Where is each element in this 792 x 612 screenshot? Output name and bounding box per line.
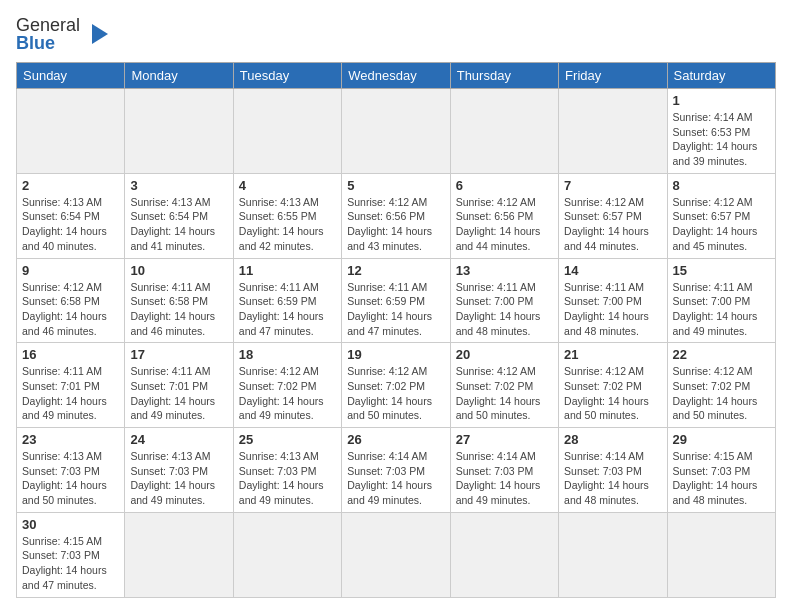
svg-marker-0 [92,24,108,44]
calendar-table: SundayMondayTuesdayWednesdayThursdayFrid… [16,62,776,598]
day-info: Sunrise: 4:12 AM Sunset: 7:02 PM Dayligh… [564,364,661,423]
header-day-monday: Monday [125,63,233,89]
calendar-cell: 11Sunrise: 4:11 AM Sunset: 6:59 PM Dayli… [233,258,341,343]
calendar-cell: 20Sunrise: 4:12 AM Sunset: 7:02 PM Dayli… [450,343,558,428]
day-info: Sunrise: 4:11 AM Sunset: 6:58 PM Dayligh… [130,280,227,339]
day-number: 17 [130,347,227,362]
logo: General Blue [16,16,110,52]
calendar-cell: 27Sunrise: 4:14 AM Sunset: 7:03 PM Dayli… [450,428,558,513]
calendar-cell: 18Sunrise: 4:12 AM Sunset: 7:02 PM Dayli… [233,343,341,428]
day-number: 27 [456,432,553,447]
day-info: Sunrise: 4:15 AM Sunset: 7:03 PM Dayligh… [673,449,770,508]
day-info: Sunrise: 4:11 AM Sunset: 7:00 PM Dayligh… [673,280,770,339]
logo-triangle-icon [82,20,110,48]
calendar-cell: 3Sunrise: 4:13 AM Sunset: 6:54 PM Daylig… [125,173,233,258]
calendar-cell: 23Sunrise: 4:13 AM Sunset: 7:03 PM Dayli… [17,428,125,513]
header-day-sunday: Sunday [17,63,125,89]
calendar-cell [450,512,558,597]
day-info: Sunrise: 4:12 AM Sunset: 6:58 PM Dayligh… [22,280,119,339]
day-info: Sunrise: 4:12 AM Sunset: 7:02 PM Dayligh… [347,364,444,423]
calendar-cell: 12Sunrise: 4:11 AM Sunset: 6:59 PM Dayli… [342,258,450,343]
day-info: Sunrise: 4:13 AM Sunset: 7:03 PM Dayligh… [239,449,336,508]
header-row: SundayMondayTuesdayWednesdayThursdayFrid… [17,63,776,89]
day-number: 20 [456,347,553,362]
calendar-cell: 22Sunrise: 4:12 AM Sunset: 7:02 PM Dayli… [667,343,775,428]
calendar-cell [125,512,233,597]
day-number: 29 [673,432,770,447]
day-number: 25 [239,432,336,447]
calendar-cell: 5Sunrise: 4:12 AM Sunset: 6:56 PM Daylig… [342,173,450,258]
calendar-cell: 28Sunrise: 4:14 AM Sunset: 7:03 PM Dayli… [559,428,667,513]
header-day-wednesday: Wednesday [342,63,450,89]
calendar-cell: 21Sunrise: 4:12 AM Sunset: 7:02 PM Dayli… [559,343,667,428]
day-number: 23 [22,432,119,447]
day-number: 2 [22,178,119,193]
week-row-4: 16Sunrise: 4:11 AM Sunset: 7:01 PM Dayli… [17,343,776,428]
day-number: 1 [673,93,770,108]
day-number: 12 [347,263,444,278]
calendar-cell: 17Sunrise: 4:11 AM Sunset: 7:01 PM Dayli… [125,343,233,428]
calendar-cell: 9Sunrise: 4:12 AM Sunset: 6:58 PM Daylig… [17,258,125,343]
day-info: Sunrise: 4:12 AM Sunset: 6:56 PM Dayligh… [456,195,553,254]
day-info: Sunrise: 4:11 AM Sunset: 6:59 PM Dayligh… [347,280,444,339]
day-number: 22 [673,347,770,362]
day-number: 11 [239,263,336,278]
day-info: Sunrise: 4:14 AM Sunset: 7:03 PM Dayligh… [564,449,661,508]
calendar-cell [233,89,341,174]
day-number: 6 [456,178,553,193]
logo-container: General Blue [16,16,110,52]
day-info: Sunrise: 4:12 AM Sunset: 7:02 PM Dayligh… [456,364,553,423]
header-day-friday: Friday [559,63,667,89]
calendar-cell [342,89,450,174]
day-number: 30 [22,517,119,532]
day-number: 21 [564,347,661,362]
calendar-cell: 25Sunrise: 4:13 AM Sunset: 7:03 PM Dayli… [233,428,341,513]
calendar-cell: 4Sunrise: 4:13 AM Sunset: 6:55 PM Daylig… [233,173,341,258]
day-info: Sunrise: 4:12 AM Sunset: 6:56 PM Dayligh… [347,195,444,254]
day-info: Sunrise: 4:13 AM Sunset: 7:03 PM Dayligh… [22,449,119,508]
day-number: 18 [239,347,336,362]
week-row-1: 1Sunrise: 4:14 AM Sunset: 6:53 PM Daylig… [17,89,776,174]
header-day-tuesday: Tuesday [233,63,341,89]
day-info: Sunrise: 4:12 AM Sunset: 6:57 PM Dayligh… [564,195,661,254]
calendar-cell [233,512,341,597]
day-number: 15 [673,263,770,278]
day-info: Sunrise: 4:13 AM Sunset: 7:03 PM Dayligh… [130,449,227,508]
day-number: 7 [564,178,661,193]
calendar-cell: 6Sunrise: 4:12 AM Sunset: 6:56 PM Daylig… [450,173,558,258]
day-info: Sunrise: 4:13 AM Sunset: 6:55 PM Dayligh… [239,195,336,254]
calendar-cell: 1Sunrise: 4:14 AM Sunset: 6:53 PM Daylig… [667,89,775,174]
week-row-2: 2Sunrise: 4:13 AM Sunset: 6:54 PM Daylig… [17,173,776,258]
day-info: Sunrise: 4:11 AM Sunset: 6:59 PM Dayligh… [239,280,336,339]
day-number: 3 [130,178,227,193]
day-info: Sunrise: 4:15 AM Sunset: 7:03 PM Dayligh… [22,534,119,593]
day-number: 10 [130,263,227,278]
day-info: Sunrise: 4:12 AM Sunset: 7:02 PM Dayligh… [239,364,336,423]
day-number: 16 [22,347,119,362]
page-header: General Blue [16,16,776,52]
day-info: Sunrise: 4:11 AM Sunset: 7:01 PM Dayligh… [130,364,227,423]
day-number: 9 [22,263,119,278]
header-day-thursday: Thursday [450,63,558,89]
day-info: Sunrise: 4:13 AM Sunset: 6:54 PM Dayligh… [130,195,227,254]
day-info: Sunrise: 4:14 AM Sunset: 7:03 PM Dayligh… [347,449,444,508]
calendar-cell [342,512,450,597]
calendar-cell: 19Sunrise: 4:12 AM Sunset: 7:02 PM Dayli… [342,343,450,428]
calendar-cell: 13Sunrise: 4:11 AM Sunset: 7:00 PM Dayli… [450,258,558,343]
calendar-cell [559,512,667,597]
calendar-cell: 24Sunrise: 4:13 AM Sunset: 7:03 PM Dayli… [125,428,233,513]
day-info: Sunrise: 4:13 AM Sunset: 6:54 PM Dayligh… [22,195,119,254]
calendar-cell: 16Sunrise: 4:11 AM Sunset: 7:01 PM Dayli… [17,343,125,428]
calendar-cell [450,89,558,174]
week-row-3: 9Sunrise: 4:12 AM Sunset: 6:58 PM Daylig… [17,258,776,343]
day-number: 13 [456,263,553,278]
calendar-cell: 10Sunrise: 4:11 AM Sunset: 6:58 PM Dayli… [125,258,233,343]
day-number: 5 [347,178,444,193]
day-info: Sunrise: 4:11 AM Sunset: 7:01 PM Dayligh… [22,364,119,423]
day-number: 19 [347,347,444,362]
calendar-cell: 15Sunrise: 4:11 AM Sunset: 7:00 PM Dayli… [667,258,775,343]
day-number: 26 [347,432,444,447]
day-info: Sunrise: 4:11 AM Sunset: 7:00 PM Dayligh… [564,280,661,339]
day-number: 24 [130,432,227,447]
calendar-cell: 14Sunrise: 4:11 AM Sunset: 7:00 PM Dayli… [559,258,667,343]
